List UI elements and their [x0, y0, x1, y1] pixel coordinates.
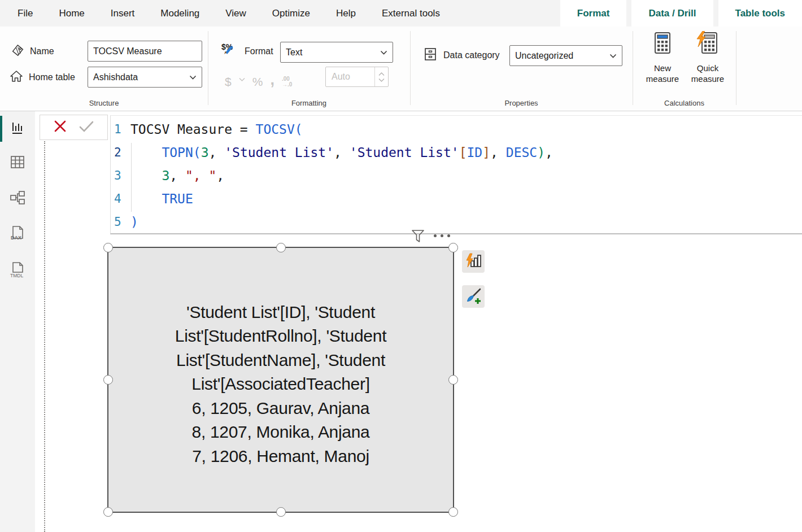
code-line-1: 1TOCSV Measure = TOCSV( [111, 117, 802, 141]
dax-formula-editor[interactable]: 1TOCSV Measure = TOCSV(2 TOPN(3, 'Studen… [110, 115, 802, 234]
card-text-line: List'[StudentName], 'Student [176, 348, 385, 373]
home-icon [9, 69, 24, 86]
formula-commit-bar [40, 115, 108, 140]
code-text: 3, ", ", [130, 168, 224, 183]
menu-item-external-tools[interactable]: External tools [369, 8, 453, 19]
line-number: 1 [114, 123, 128, 136]
data-category-label: Data category [443, 50, 500, 60]
chevron-down-icon [609, 51, 617, 61]
data-category-select[interactable]: Uncategorized [509, 45, 622, 66]
card-text-line: 6, 1205, Gaurav, Anjana [192, 396, 369, 421]
decimal-places-value: Auto [326, 72, 374, 82]
report-view-icon [9, 119, 26, 138]
selection-handle[interactable] [448, 507, 458, 517]
sidebar-item-report-view[interactable] [0, 115, 35, 142]
chevron-down-icon [239, 77, 245, 88]
group-label-formatting: Formatting [208, 99, 410, 107]
analyze-chart-icon [465, 252, 482, 271]
ribbon-group-calculations: New measure Quick measure Calculations [633, 27, 736, 111]
menu-item-home[interactable]: Home [46, 8, 97, 19]
tag-icon [10, 43, 25, 60]
format-currency-icon: $% [221, 42, 239, 61]
selection-handle[interactable] [448, 243, 458, 252]
analyze-visual-button[interactable] [462, 250, 485, 273]
pane-divider[interactable] [44, 141, 45, 532]
sidebar-item-table-view[interactable] [0, 150, 35, 177]
menu-item-file[interactable]: File [5, 8, 46, 19]
cancel-formula-button[interactable] [54, 120, 67, 135]
filter-funnel-icon[interactable] [410, 228, 426, 246]
selection-handle[interactable] [276, 507, 286, 517]
menu-item-insert[interactable]: Insert [98, 8, 148, 19]
code-line-5: 5) [111, 210, 802, 233]
new-measure-icon [651, 31, 674, 57]
menu-item-optimize[interactable]: Optimize [259, 8, 323, 19]
ribbon-group-formatting: $% Format Text $ % , .00 →.0 [208, 27, 410, 111]
line-number: 5 [114, 215, 128, 229]
model-view-icon [9, 189, 26, 208]
sidebar-item-tmdl-view[interactable]: TMDL [0, 258, 35, 285]
percent-format-icon: % [252, 76, 263, 88]
formula-code: 1TOCSV Measure = TOCSV(2 TOPN(3, 'Studen… [111, 117, 802, 233]
tab-data-drill[interactable]: Data / Drill [631, 0, 713, 27]
report-canvas: 1TOCSV Measure = TOCSV(2 TOPN(3, 'Studen… [35, 111, 802, 532]
code-text: TRUE [130, 191, 193, 206]
data-category-icon [422, 46, 438, 64]
sidebar-item-dax-query-view[interactable]: DAX [0, 221, 35, 248]
code-text: TOPN(3, 'Student List', 'Student List'[I… [130, 145, 553, 160]
line-number: 3 [114, 169, 128, 182]
line-number: 2 [114, 146, 128, 159]
home-table-select[interactable]: Ashishdata [88, 67, 202, 88]
chevron-down-icon [189, 72, 197, 82]
new-measure-button[interactable]: New measure [639, 31, 686, 84]
measure-name-input[interactable] [88, 41, 202, 62]
decimal-places-stepper: Auto [325, 67, 389, 87]
card-text-line: 'Student List'[ID], 'Student [186, 300, 375, 325]
tab-format[interactable]: Format [560, 0, 627, 27]
sidebar-item-model-view[interactable] [0, 185, 35, 212]
thousands-separator-icon: , [270, 72, 274, 88]
dax-label: DAX [11, 235, 21, 241]
ribbon-group-structure: Name Home table Ashishdata Structure [0, 27, 208, 111]
code-line-4: 4 TRUE [111, 187, 802, 210]
line-number: 4 [114, 192, 128, 206]
selection-handle[interactable] [448, 375, 458, 385]
main-menu: FileHomeInsertModelingViewOptimizeHelpEx… [0, 0, 453, 27]
quick-measure-icon [696, 31, 720, 57]
tab-table-tools[interactable]: Table tools [718, 0, 802, 27]
table-view-icon [9, 154, 26, 173]
currency-format-icon: $ [225, 76, 232, 88]
card-visual[interactable]: 'Student List'[ID], 'StudentList'[Studen… [107, 247, 454, 513]
menu-item-help[interactable]: Help [323, 8, 369, 19]
paintbrush-icon [464, 287, 482, 307]
group-separator [736, 31, 736, 105]
selection-handle[interactable] [103, 243, 113, 252]
decimal-places-icon: .00 →.0 [282, 76, 292, 88]
card-text-line: 7, 1206, Hemant, Manoj [192, 444, 369, 469]
card-text-line: 8, 1207, Monika, Anjana [192, 420, 370, 444]
selection-handle[interactable] [103, 507, 113, 517]
selection-handle[interactable] [276, 243, 286, 252]
tmdl-view-icon: TMDL [8, 261, 27, 281]
quick-measure-button[interactable]: Quick measure [685, 31, 731, 84]
commit-formula-button[interactable] [79, 120, 94, 135]
code-line-2: 2 TOPN(3, 'Student List', 'Student List'… [111, 141, 802, 164]
card-visual-text: 'Student List'[ID], 'StudentList'[Studen… [108, 248, 453, 512]
tmdl-label: TMDL [10, 273, 23, 278]
card-text-line: List'[StudentRollno], 'Student [175, 324, 386, 348]
view-sidebar: DAX TMDL [0, 111, 35, 532]
menu-item-modeling[interactable]: Modeling [147, 8, 212, 19]
selection-handle[interactable] [103, 375, 113, 385]
more-options-icon[interactable] [434, 234, 450, 237]
contextual-tabs: FormatData / DrillTable tools [555, 0, 802, 27]
format-label: Format [245, 46, 273, 56]
format-select[interactable]: Text [280, 42, 393, 63]
menu-item-view[interactable]: View [212, 8, 259, 19]
home-table-label: Home table [29, 72, 75, 82]
code-text: TOCSV Measure = TOCSV( [130, 122, 303, 137]
name-label: Name [30, 46, 54, 56]
code-text: ) [130, 215, 138, 229]
chevron-down-icon [380, 47, 387, 58]
format-visual-button[interactable] [462, 285, 485, 308]
ribbon: Name Home table Ashishdata Structure $% [0, 27, 802, 111]
